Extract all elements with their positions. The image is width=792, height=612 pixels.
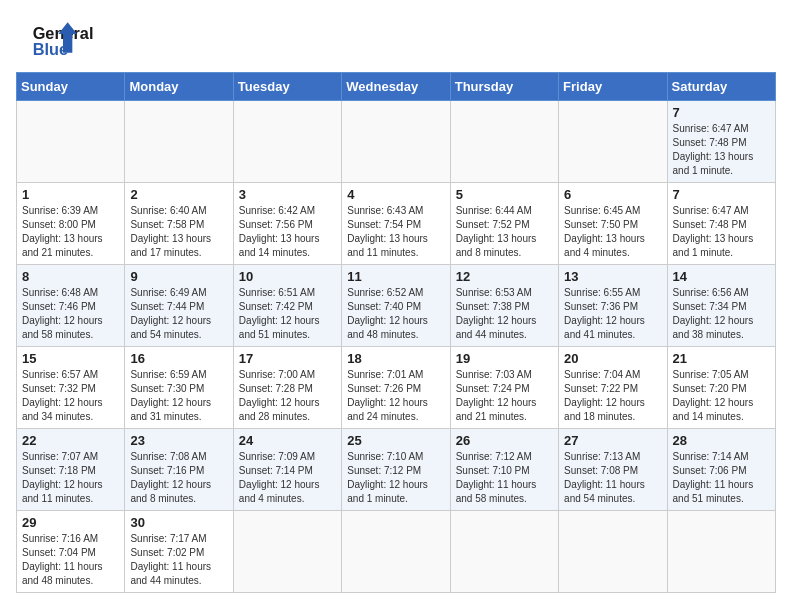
day-info: Sunrise: 6:43 AMSunset: 7:54 PMDaylight:… bbox=[347, 205, 428, 258]
calendar-cell: 24Sunrise: 7:09 AMSunset: 7:14 PMDayligh… bbox=[233, 429, 341, 511]
calendar-cell: 13Sunrise: 6:55 AMSunset: 7:36 PMDayligh… bbox=[559, 265, 667, 347]
week-row-5: 22Sunrise: 7:07 AMSunset: 7:18 PMDayligh… bbox=[17, 429, 776, 511]
day-info: Sunrise: 7:04 AMSunset: 7:22 PMDaylight:… bbox=[564, 369, 645, 422]
day-info: Sunrise: 7:16 AMSunset: 7:04 PMDaylight:… bbox=[22, 533, 103, 586]
day-number: 18 bbox=[347, 351, 444, 366]
calendar-cell: 21Sunrise: 7:05 AMSunset: 7:20 PMDayligh… bbox=[667, 347, 775, 429]
day-number: 10 bbox=[239, 269, 336, 284]
calendar-cell bbox=[559, 511, 667, 593]
week-row-6: 29Sunrise: 7:16 AMSunset: 7:04 PMDayligh… bbox=[17, 511, 776, 593]
day-number: 21 bbox=[673, 351, 770, 366]
day-number: 17 bbox=[239, 351, 336, 366]
day-info: Sunrise: 6:53 AMSunset: 7:38 PMDaylight:… bbox=[456, 287, 537, 340]
day-info: Sunrise: 7:14 AMSunset: 7:06 PMDaylight:… bbox=[673, 451, 754, 504]
logo: General Blue bbox=[16, 16, 96, 62]
day-info: Sunrise: 6:47 AMSunset: 7:48 PMDaylight:… bbox=[673, 123, 754, 176]
calendar-cell: 12Sunrise: 6:53 AMSunset: 7:38 PMDayligh… bbox=[450, 265, 558, 347]
calendar-cell: 25Sunrise: 7:10 AMSunset: 7:12 PMDayligh… bbox=[342, 429, 450, 511]
day-info: Sunrise: 7:03 AMSunset: 7:24 PMDaylight:… bbox=[456, 369, 537, 422]
day-number: 22 bbox=[22, 433, 119, 448]
week-row-1: 7Sunrise: 6:47 AMSunset: 7:48 PMDaylight… bbox=[17, 101, 776, 183]
day-info: Sunrise: 7:12 AMSunset: 7:10 PMDaylight:… bbox=[456, 451, 537, 504]
day-info: Sunrise: 6:56 AMSunset: 7:34 PMDaylight:… bbox=[673, 287, 754, 340]
calendar-cell: 18Sunrise: 7:01 AMSunset: 7:26 PMDayligh… bbox=[342, 347, 450, 429]
calendar-cell bbox=[342, 511, 450, 593]
header-tuesday: Tuesday bbox=[233, 73, 341, 101]
calendar-cell: 9Sunrise: 6:49 AMSunset: 7:44 PMDaylight… bbox=[125, 265, 233, 347]
day-info: Sunrise: 7:00 AMSunset: 7:28 PMDaylight:… bbox=[239, 369, 320, 422]
day-info: Sunrise: 6:57 AMSunset: 7:32 PMDaylight:… bbox=[22, 369, 103, 422]
calendar-cell bbox=[667, 511, 775, 593]
calendar-cell: 2Sunrise: 6:40 AMSunset: 7:58 PMDaylight… bbox=[125, 183, 233, 265]
day-info: Sunrise: 7:09 AMSunset: 7:14 PMDaylight:… bbox=[239, 451, 320, 504]
day-number: 11 bbox=[347, 269, 444, 284]
day-number: 20 bbox=[564, 351, 661, 366]
header-sunday: Sunday bbox=[17, 73, 125, 101]
day-number: 16 bbox=[130, 351, 227, 366]
day-info: Sunrise: 6:39 AMSunset: 8:00 PMDaylight:… bbox=[22, 205, 103, 258]
calendar-cell: 4Sunrise: 6:43 AMSunset: 7:54 PMDaylight… bbox=[342, 183, 450, 265]
day-number: 29 bbox=[22, 515, 119, 530]
day-number: 30 bbox=[130, 515, 227, 530]
calendar-cell: 26Sunrise: 7:12 AMSunset: 7:10 PMDayligh… bbox=[450, 429, 558, 511]
day-number: 4 bbox=[347, 187, 444, 202]
header-wednesday: Wednesday bbox=[342, 73, 450, 101]
header-monday: Monday bbox=[125, 73, 233, 101]
calendar-cell bbox=[559, 101, 667, 183]
day-info: Sunrise: 6:44 AMSunset: 7:52 PMDaylight:… bbox=[456, 205, 537, 258]
week-row-2: 1Sunrise: 6:39 AMSunset: 8:00 PMDaylight… bbox=[17, 183, 776, 265]
calendar-cell: 7Sunrise: 6:47 AMSunset: 7:48 PMDaylight… bbox=[667, 183, 775, 265]
day-number: 1 bbox=[22, 187, 119, 202]
day-info: Sunrise: 7:17 AMSunset: 7:02 PMDaylight:… bbox=[130, 533, 211, 586]
calendar-cell: 27Sunrise: 7:13 AMSunset: 7:08 PMDayligh… bbox=[559, 429, 667, 511]
week-row-4: 15Sunrise: 6:57 AMSunset: 7:32 PMDayligh… bbox=[17, 347, 776, 429]
calendar-cell: 23Sunrise: 7:08 AMSunset: 7:16 PMDayligh… bbox=[125, 429, 233, 511]
calendar-cell bbox=[125, 101, 233, 183]
day-number: 7 bbox=[673, 187, 770, 202]
week-row-3: 8Sunrise: 6:48 AMSunset: 7:46 PMDaylight… bbox=[17, 265, 776, 347]
day-number: 24 bbox=[239, 433, 336, 448]
calendar-cell bbox=[450, 101, 558, 183]
calendar-cell: 5Sunrise: 6:44 AMSunset: 7:52 PMDaylight… bbox=[450, 183, 558, 265]
day-number: 9 bbox=[130, 269, 227, 284]
day-number: 2 bbox=[130, 187, 227, 202]
header-thursday: Thursday bbox=[450, 73, 558, 101]
day-number: 5 bbox=[456, 187, 553, 202]
day-number: 23 bbox=[130, 433, 227, 448]
day-number: 26 bbox=[456, 433, 553, 448]
calendar-cell: 3Sunrise: 6:42 AMSunset: 7:56 PMDaylight… bbox=[233, 183, 341, 265]
day-number: 7 bbox=[673, 105, 770, 120]
calendar-table: SundayMondayTuesdayWednesdayThursdayFrid… bbox=[16, 72, 776, 593]
calendar-cell: 19Sunrise: 7:03 AMSunset: 7:24 PMDayligh… bbox=[450, 347, 558, 429]
day-number: 12 bbox=[456, 269, 553, 284]
calendar-cell: 14Sunrise: 6:56 AMSunset: 7:34 PMDayligh… bbox=[667, 265, 775, 347]
day-number: 19 bbox=[456, 351, 553, 366]
day-number: 25 bbox=[347, 433, 444, 448]
calendar-cell: 7Sunrise: 6:47 AMSunset: 7:48 PMDaylight… bbox=[667, 101, 775, 183]
header: General Blue bbox=[16, 16, 776, 62]
day-info: Sunrise: 7:10 AMSunset: 7:12 PMDaylight:… bbox=[347, 451, 428, 504]
day-info: Sunrise: 6:55 AMSunset: 7:36 PMDaylight:… bbox=[564, 287, 645, 340]
day-number: 8 bbox=[22, 269, 119, 284]
day-number: 27 bbox=[564, 433, 661, 448]
calendar-cell: 22Sunrise: 7:07 AMSunset: 7:18 PMDayligh… bbox=[17, 429, 125, 511]
logo-icon: General Blue bbox=[16, 20, 96, 62]
day-info: Sunrise: 6:47 AMSunset: 7:48 PMDaylight:… bbox=[673, 205, 754, 258]
svg-text:Blue: Blue bbox=[33, 40, 68, 58]
day-info: Sunrise: 6:59 AMSunset: 7:30 PMDaylight:… bbox=[130, 369, 211, 422]
calendar-cell: 8Sunrise: 6:48 AMSunset: 7:46 PMDaylight… bbox=[17, 265, 125, 347]
day-info: Sunrise: 7:01 AMSunset: 7:26 PMDaylight:… bbox=[347, 369, 428, 422]
day-number: 3 bbox=[239, 187, 336, 202]
day-info: Sunrise: 6:51 AMSunset: 7:42 PMDaylight:… bbox=[239, 287, 320, 340]
day-info: Sunrise: 7:07 AMSunset: 7:18 PMDaylight:… bbox=[22, 451, 103, 504]
day-info: Sunrise: 6:52 AMSunset: 7:40 PMDaylight:… bbox=[347, 287, 428, 340]
header-saturday: Saturday bbox=[667, 73, 775, 101]
calendar-cell bbox=[17, 101, 125, 183]
day-info: Sunrise: 7:08 AMSunset: 7:16 PMDaylight:… bbox=[130, 451, 211, 504]
calendar-cell bbox=[342, 101, 450, 183]
day-number: 6 bbox=[564, 187, 661, 202]
header-friday: Friday bbox=[559, 73, 667, 101]
calendar-cell: 17Sunrise: 7:00 AMSunset: 7:28 PMDayligh… bbox=[233, 347, 341, 429]
calendar-cell bbox=[233, 511, 341, 593]
day-info: Sunrise: 6:40 AMSunset: 7:58 PMDaylight:… bbox=[130, 205, 211, 258]
